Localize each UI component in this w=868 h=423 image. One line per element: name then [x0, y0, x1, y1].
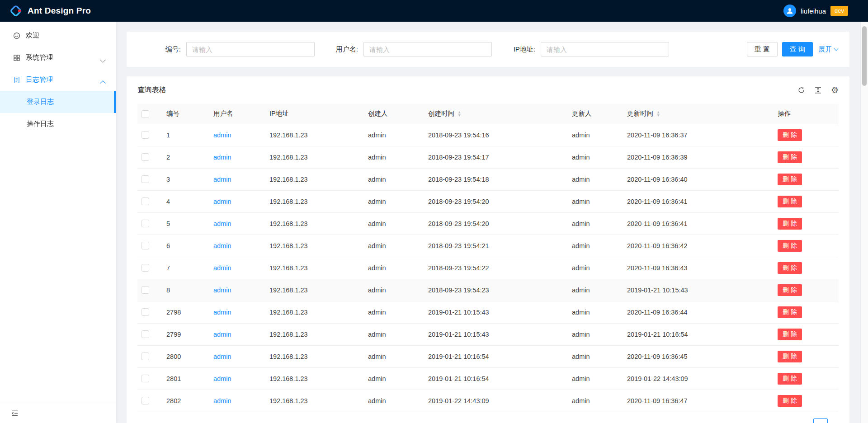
username-link[interactable]: admin: [213, 264, 231, 272]
expand-button[interactable]: 展开: [817, 45, 839, 54]
filter-actions: 重 置 查 询 展开: [747, 42, 839, 56]
table-row[interactable]: 3 admin 192.168.1.23 admin 2018-09-23 19…: [137, 168, 839, 190]
delete-button[interactable]: 删 除: [778, 196, 802, 207]
chevron-down-icon: [834, 47, 839, 51]
delete-button[interactable]: 删 除: [778, 262, 802, 274]
density-icon[interactable]: [814, 86, 822, 94]
cell-creator: admin: [361, 146, 421, 168]
row-checkbox[interactable]: [142, 242, 149, 249]
cell-ip: 192.168.1.23: [262, 190, 361, 212]
cell-id: 2800: [159, 345, 206, 367]
delete-button[interactable]: 删 除: [778, 284, 802, 296]
table-row[interactable]: 1 admin 192.168.1.23 admin 2018-09-23 19…: [137, 124, 839, 146]
pagination-page-1[interactable]: 1: [813, 418, 828, 423]
row-checkbox[interactable]: [142, 375, 149, 382]
username-link[interactable]: admin: [213, 242, 231, 249]
cell-updater: admin: [565, 190, 620, 212]
select-all-checkbox[interactable]: [142, 110, 149, 118]
row-checkbox[interactable]: [142, 153, 149, 161]
user-avatar[interactable]: [783, 5, 796, 17]
pagination-prev-button[interactable]: ‹: [795, 418, 810, 423]
row-checkbox[interactable]: [142, 286, 149, 294]
table-row[interactable]: 4 admin 192.168.1.23 admin 2018-09-23 19…: [137, 190, 839, 212]
pagination: ‹ 1: [148, 418, 828, 423]
row-checkbox[interactable]: [142, 197, 149, 205]
username-link[interactable]: admin: [213, 309, 231, 316]
table-row[interactable]: 7 admin 192.168.1.23 admin 2018-09-23 19…: [137, 257, 839, 279]
cell-creator: admin: [361, 367, 421, 390]
username-link[interactable]: admin: [213, 331, 231, 338]
row-checkbox[interactable]: [142, 131, 149, 139]
app-logo-icon: [9, 4, 23, 18]
user-name[interactable]: liufeihua: [801, 7, 826, 15]
delete-button[interactable]: 删 除: [778, 240, 802, 252]
id-input[interactable]: [186, 42, 315, 56]
row-checkbox[interactable]: [142, 330, 149, 338]
username-link[interactable]: admin: [213, 220, 231, 227]
cell-updater: admin: [565, 257, 620, 279]
column-header-updated-at[interactable]: 更新时间 ▲▼: [620, 104, 770, 124]
username-link[interactable]: admin: [213, 353, 231, 360]
sidebar-item-welcome[interactable]: 欢迎: [0, 24, 116, 47]
row-checkbox[interactable]: [142, 175, 149, 183]
logo-area[interactable]: Ant Design Pro: [9, 4, 91, 18]
reload-icon[interactable]: [797, 86, 805, 94]
column-header-created-at[interactable]: 创建时间 ▲▼: [421, 104, 565, 124]
table-row[interactable]: 5 admin 192.168.1.23 admin 2018-09-23 19…: [137, 212, 839, 235]
cell-created-at: 2018-09-23 19:54:17: [421, 146, 565, 168]
delete-button[interactable]: 删 除: [778, 306, 802, 318]
username-link[interactable]: admin: [213, 198, 231, 205]
cell-username: admin: [206, 235, 262, 257]
table-row[interactable]: 2798 admin 192.168.1.23 admin 2019-01-21…: [137, 301, 839, 323]
row-checkbox[interactable]: [142, 220, 149, 227]
delete-button[interactable]: 删 除: [778, 395, 802, 407]
username-link[interactable]: admin: [213, 154, 231, 161]
row-checkbox[interactable]: [142, 397, 149, 404]
ip-field-label: IP地址:: [492, 45, 541, 54]
cell-checkbox: [137, 323, 159, 345]
cell-updated-at: 2020-11-09 16:36:41: [620, 190, 770, 212]
delete-button[interactable]: 删 除: [778, 218, 802, 230]
sidebar-item-login-log[interactable]: 登录日志: [0, 91, 116, 113]
username-link[interactable]: admin: [213, 132, 231, 139]
delete-button[interactable]: 删 除: [778, 151, 802, 163]
sidebar-item-log-management[interactable]: 日志管理: [0, 69, 116, 91]
cell-updated-at: 2020-11-09 16:36:44: [620, 301, 770, 323]
username-link[interactable]: admin: [213, 176, 231, 183]
table-row[interactable]: 2 admin 192.168.1.23 admin 2018-09-23 19…: [137, 146, 839, 168]
env-tag: dev: [830, 6, 848, 16]
table-wrap: 编号 用户名 IP地址 创建人 创建时间 ▲▼ 更新人: [137, 104, 839, 423]
sidebar-item-system-management[interactable]: 系统管理: [0, 47, 116, 69]
username-link[interactable]: admin: [213, 287, 231, 294]
table-row[interactable]: 2802 admin 192.168.1.23 admin 2019-01-22…: [137, 390, 839, 412]
scrollbar-thumb[interactable]: [862, 26, 867, 86]
sidebar-collapse-trigger[interactable]: [0, 403, 116, 423]
sidebar-item-label: 系统管理: [26, 53, 53, 62]
filter-field-id: 编号:: [137, 42, 315, 56]
cell-updated-at: 2020-11-09 16:36:40: [620, 168, 770, 190]
delete-button[interactable]: 删 除: [778, 129, 802, 141]
delete-button[interactable]: 删 除: [778, 373, 802, 385]
settings-gear-icon[interactable]: ⚙: [831, 86, 839, 94]
search-button[interactable]: 查 询: [782, 42, 813, 56]
delete-button[interactable]: 删 除: [778, 351, 802, 362]
username-link[interactable]: admin: [213, 397, 231, 404]
row-checkbox[interactable]: [142, 308, 149, 316]
table-row[interactable]: 6 admin 192.168.1.23 admin 2018-09-23 19…: [137, 235, 839, 257]
cell-updated-at: 2019-01-21 10:15:43: [620, 279, 770, 301]
table-row[interactable]: 2801 admin 192.168.1.23 admin 2019-01-21…: [137, 367, 839, 390]
sidebar-item-operation-log[interactable]: 操作日志: [0, 113, 116, 135]
reset-button[interactable]: 重 置: [747, 42, 778, 56]
id-field-label: 编号:: [137, 45, 186, 54]
row-checkbox[interactable]: [142, 352, 149, 360]
ip-input[interactable]: [541, 42, 669, 56]
row-checkbox[interactable]: [142, 264, 149, 272]
delete-button[interactable]: 删 除: [778, 329, 802, 340]
delete-button[interactable]: 删 除: [778, 174, 802, 185]
username-input[interactable]: [363, 42, 492, 56]
table-row[interactable]: 2800 admin 192.168.1.23 admin 2019-01-21…: [137, 345, 839, 367]
table-row[interactable]: 8 admin 192.168.1.23 admin 2018-09-23 19…: [137, 279, 839, 301]
table-title: 查询表格: [137, 85, 166, 95]
username-link[interactable]: admin: [213, 375, 231, 382]
table-row[interactable]: 2799 admin 192.168.1.23 admin 2019-01-21…: [137, 323, 839, 345]
